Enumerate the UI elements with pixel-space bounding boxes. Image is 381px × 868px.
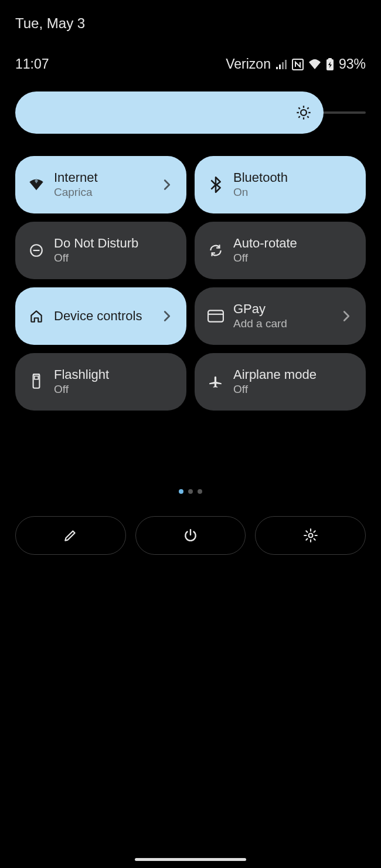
battery-charging-icon [326, 58, 334, 71]
wifi-icon [28, 177, 45, 193]
flash-icon [28, 374, 45, 390]
svg-rect-9 [35, 376, 38, 379]
svg-point-3 [301, 110, 307, 116]
dnd-icon [28, 242, 45, 259]
svg-rect-6 [208, 310, 223, 321]
tile-label: Device controls [54, 308, 161, 324]
tile-sublabel: Add a card [233, 317, 340, 331]
status-time: 11:07 [15, 56, 226, 72]
plane-icon [207, 374, 224, 390]
qs-tile-rotate[interactable]: Auto-rotateOff [195, 222, 366, 279]
brightness-slider[interactable] [15, 91, 366, 134]
tile-sublabel: Caprica [54, 186, 161, 199]
tile-label: Flashlight [54, 367, 174, 382]
battery-pct-label: 93% [339, 56, 366, 72]
tile-label: GPay [233, 301, 340, 317]
pager-dot[interactable] [179, 489, 183, 494]
home-icon [28, 308, 45, 324]
pager-dot[interactable] [198, 489, 202, 494]
date-label: Tue, May 3 [15, 15, 85, 32]
nav-handle[interactable] [135, 858, 246, 861]
tile-label: Airplane mode [233, 367, 353, 382]
qs-tile-wifi[interactable]: InternetCaprica [15, 156, 186, 213]
brightness-icon [295, 104, 312, 121]
tile-label: Do Not Disturb [54, 236, 174, 251]
tile-sublabel: Off [233, 252, 353, 265]
svg-point-11 [308, 534, 312, 538]
card-icon [207, 308, 224, 324]
tile-sublabel: Off [233, 383, 353, 396]
tile-label: Internet [54, 170, 161, 185]
qs-footer [15, 516, 366, 555]
qs-tile-home[interactable]: Device controls [15, 287, 186, 345]
tile-label: Bluetooth [233, 170, 353, 185]
qs-tile-dnd[interactable]: Do Not DisturbOff [15, 222, 186, 279]
tile-label: Auto-rotate [233, 236, 353, 251]
pager-dot[interactable] [188, 489, 193, 494]
edit-button[interactable] [15, 516, 126, 555]
qs-pager[interactable] [0, 489, 381, 494]
wifi-status-icon [308, 59, 321, 70]
chevron-right-icon [161, 310, 174, 323]
carrier-label: Verizon [226, 56, 271, 72]
bluetooth-icon [207, 177, 224, 193]
nfc-icon [292, 59, 304, 70]
status-bar: 11:07 Verizon 93% [0, 56, 381, 72]
chevron-right-icon [340, 310, 353, 323]
power-icon [183, 528, 198, 543]
qs-tile-plane[interactable]: Airplane modeOff [195, 353, 366, 411]
qs-tile-card[interactable]: GPayAdd a card [195, 287, 366, 345]
settings-button[interactable] [255, 516, 366, 555]
chevron-right-icon [161, 178, 174, 191]
tile-sublabel: Off [54, 252, 174, 265]
settings-icon [303, 528, 318, 543]
power-button[interactable] [135, 516, 246, 555]
qs-tile-flash[interactable]: FlashlightOff [15, 353, 186, 411]
signal-icon [275, 59, 287, 70]
tile-sublabel: On [233, 186, 353, 199]
qs-tile-bluetooth[interactable]: BluetoothOn [195, 156, 366, 213]
edit-icon [63, 528, 78, 543]
svg-rect-2 [328, 58, 332, 60]
qs-tile-grid: InternetCapricaBluetoothOnDo Not Disturb… [15, 156, 366, 411]
tile-sublabel: Off [54, 383, 174, 396]
rotate-icon [207, 242, 224, 259]
